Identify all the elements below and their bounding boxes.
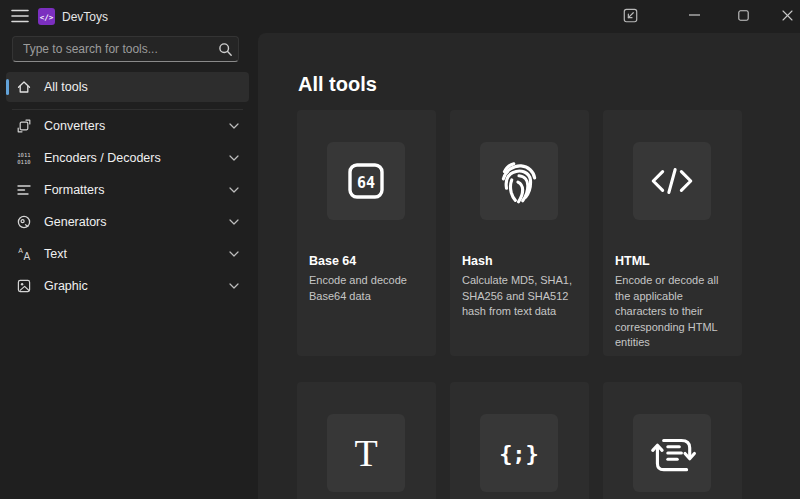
fingerprint-icon — [480, 142, 558, 220]
format-lines-icon — [16, 182, 32, 198]
chevron-down-icon — [229, 187, 239, 193]
hamburger-menu-button[interactable] — [11, 8, 29, 24]
sidebar-item-all-tools[interactable]: All tools — [6, 72, 249, 102]
sidebar-item-graphic[interactable]: Graphic — [6, 271, 249, 301]
sidebar-item-label: Text — [44, 247, 229, 261]
tool-title: Hash — [462, 254, 493, 268]
chevron-down-icon — [229, 219, 239, 225]
sidebar-item-label: Converters — [44, 119, 229, 133]
svg-text:1011: 1011 — [17, 152, 30, 158]
tools-grid: 64 Base 64 Encode and decode Base64 data… — [297, 110, 742, 499]
chevron-down-icon — [229, 283, 239, 289]
chevron-down-icon — [229, 251, 239, 257]
maximize-button[interactable] — [723, 0, 763, 30]
image-icon — [16, 278, 32, 294]
sidebar-item-generators[interactable]: Generators — [6, 207, 249, 237]
devtoys-logo-icon: </> — [38, 8, 55, 25]
convert-loop-icon — [633, 414, 711, 492]
sidebar-item-text[interactable]: AA Text — [6, 239, 249, 269]
tool-card-base64[interactable]: 64 Base 64 Encode and decode Base64 data — [297, 110, 436, 356]
svg-text:64: 64 — [357, 174, 375, 192]
svg-text:0110: 0110 — [17, 159, 30, 165]
svg-text:T: T — [354, 432, 377, 474]
tool-card-text[interactable]: T — [297, 382, 436, 499]
sidebar-item-formatters[interactable]: Formatters — [6, 175, 249, 205]
compact-overlay-button[interactable] — [610, 0, 650, 30]
sidebar-item-label: Formatters — [44, 183, 229, 197]
minimize-button[interactable] — [674, 0, 714, 30]
chevron-down-icon — [229, 123, 239, 129]
svg-text:A: A — [23, 251, 30, 262]
tool-description: Encode or decode all the applicable char… — [615, 273, 731, 351]
tool-card-html[interactable]: HTML Encode or decode all the applicable… — [603, 110, 742, 356]
sidebar-item-encoders-decoders[interactable]: 10110110 Encoders / Decoders — [6, 143, 249, 173]
sidebar-item-label: Generators — [44, 215, 229, 229]
sidebar-divider — [12, 109, 243, 110]
sidebar-item-label: Graphic — [44, 279, 229, 293]
svg-text:</>: </> — [40, 13, 54, 22]
sidebar-item-label: Encoders / Decoders — [44, 151, 229, 165]
generator-icon — [16, 214, 32, 230]
search-input[interactable] — [13, 42, 212, 56]
tool-title: Base 64 — [309, 254, 356, 268]
tool-description: Encode and decode Base64 data — [309, 273, 425, 304]
titlebar: </> DevToys — [0, 0, 800, 33]
close-button[interactable] — [767, 0, 800, 30]
home-icon — [16, 79, 32, 95]
tool-title: HTML — [615, 254, 650, 268]
binary-icon: 10110110 — [16, 150, 32, 166]
search-box[interactable] — [12, 36, 239, 62]
base64-icon: 64 — [327, 142, 405, 220]
search-icon[interactable] — [212, 42, 238, 57]
tool-card-convert[interactable] — [603, 382, 742, 499]
svg-text:{;}: {;} — [499, 441, 539, 466]
tool-card-json[interactable]: {;} — [450, 382, 589, 499]
sidebar-item-label: All tools — [44, 80, 249, 94]
serif-t-icon: T — [327, 414, 405, 492]
main-content: All tools 64 Base 64 Encode and decode B… — [258, 33, 800, 499]
selection-indicator — [6, 79, 9, 95]
sidebar-item-converters[interactable]: Converters — [6, 111, 249, 141]
page-title: All tools — [298, 73, 377, 96]
font-icon: AA — [16, 246, 32, 262]
chevron-down-icon — [229, 155, 239, 161]
code-brackets-icon — [633, 142, 711, 220]
window-title: DevToys — [62, 10, 108, 24]
tool-card-hash[interactable]: Hash Calculate MD5, SHA1, SHA256 and SHA… — [450, 110, 589, 356]
convert-icon — [16, 118, 32, 134]
curly-braces-icon: {;} — [480, 414, 558, 492]
devtoys-window: </> DevToys All tools — [0, 0, 800, 499]
sidebar: All tools Converters 10110110 Encoders /… — [0, 33, 258, 499]
tool-description: Calculate MD5, SHA1, SHA256 and SHA512 h… — [462, 273, 578, 320]
